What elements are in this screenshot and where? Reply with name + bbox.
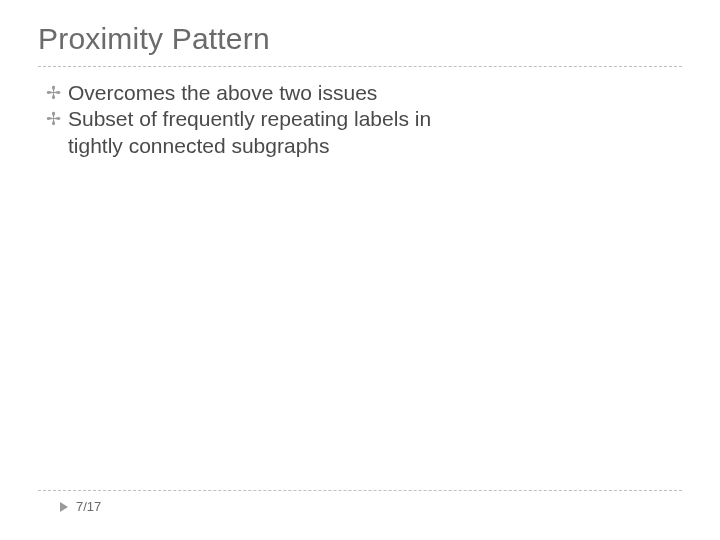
bullet-text: Subset of frequently repeating labels in…: [68, 106, 468, 159]
slide-title: Proximity Pattern: [38, 22, 682, 56]
triangle-right-icon: [60, 502, 68, 512]
footer: 7/17: [38, 490, 682, 514]
footer-divider: [38, 490, 682, 491]
bullet-item: ✢ Overcomes the above two issues: [38, 80, 682, 106]
title-divider: [38, 66, 682, 67]
page-number: 7/17: [76, 499, 101, 514]
footer-row: 7/17: [38, 499, 682, 514]
content-area: ✢ Overcomes the above two issues ✢ Subse…: [38, 80, 682, 159]
bullet-text: Overcomes the above two issues: [68, 80, 377, 106]
bullet-item: ✢ Subset of frequently repeating labels …: [38, 106, 682, 159]
bullet-glyph-icon: ✢: [38, 80, 68, 105]
slide: Proximity Pattern ✢ Overcomes the above …: [0, 0, 720, 540]
bullet-glyph-icon: ✢: [38, 106, 68, 131]
title-block: Proximity Pattern: [38, 22, 682, 67]
